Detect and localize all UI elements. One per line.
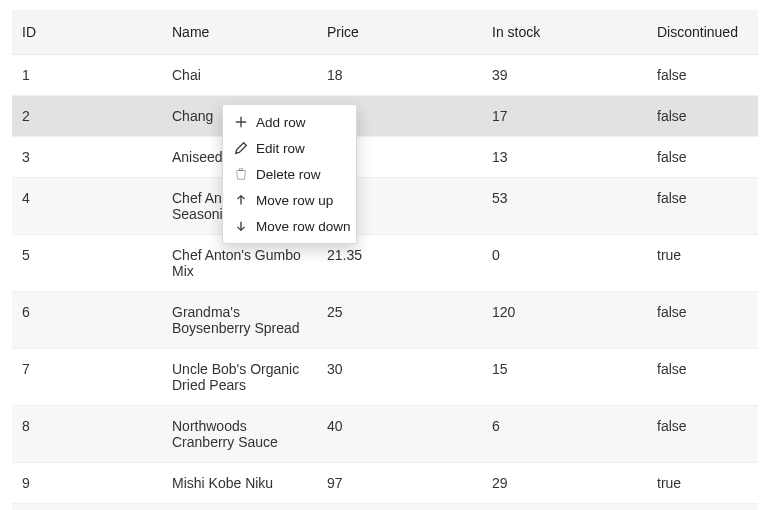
cell-price: 18: [317, 55, 482, 96]
cell-in-stock: 31: [482, 504, 647, 511]
menu-move-row-up[interactable]: Move row up: [223, 187, 356, 213]
cell-discontinued: false: [647, 406, 758, 463]
cell-name: Ikura: [162, 504, 317, 511]
cell-id: 5: [12, 235, 162, 292]
cell-in-stock: 15: [482, 349, 647, 406]
cell-in-stock: 120: [482, 292, 647, 349]
cell-in-stock: 13: [482, 137, 647, 178]
col-header-id[interactable]: ID: [12, 10, 162, 55]
menu-add-row-label: Add row: [256, 115, 306, 130]
cell-in-stock: 6: [482, 406, 647, 463]
arrow-up-icon: [233, 192, 249, 208]
cell-price: 31: [317, 504, 482, 511]
menu-edit-row[interactable]: Edit row: [223, 135, 356, 161]
cell-id: 9: [12, 463, 162, 504]
cell-discontinued: false: [647, 55, 758, 96]
col-header-discontinued[interactable]: Discontinued: [647, 10, 758, 55]
cell-discontinued: false: [647, 504, 758, 511]
cell-discontinued: false: [647, 349, 758, 406]
menu-move-row-up-label: Move row up: [256, 193, 333, 208]
cell-id: 4: [12, 178, 162, 235]
cell-price: 97: [317, 463, 482, 504]
cell-id: 1: [12, 55, 162, 96]
cell-discontinued: false: [647, 137, 758, 178]
table-row[interactable]: 3Aniseed Syrup1013false: [12, 137, 758, 178]
cell-id: 2: [12, 96, 162, 137]
cell-id: 7: [12, 349, 162, 406]
products-table: ID Name Price In stock Discontinued 1Cha…: [12, 10, 758, 510]
cell-id: 3: [12, 137, 162, 178]
col-header-in-stock[interactable]: In stock: [482, 10, 647, 55]
table-row[interactable]: 10Ikura3131false: [12, 504, 758, 511]
cell-in-stock: 29: [482, 463, 647, 504]
table-row[interactable]: 8Northwoods Cranberry Sauce406false: [12, 406, 758, 463]
table-row[interactable]: 1Chai1839false: [12, 55, 758, 96]
cell-name: Grandma's Boysenberry Spread: [162, 292, 317, 349]
table-row[interactable]: 2Chang1917false: [12, 96, 758, 137]
plus-icon: [233, 114, 249, 130]
cell-name: Chai: [162, 55, 317, 96]
cell-discontinued: true: [647, 235, 758, 292]
cell-price: 25: [317, 292, 482, 349]
trash-icon: [233, 166, 249, 182]
menu-add-row[interactable]: Add row: [223, 109, 356, 135]
page: ID Name Price In stock Discontinued 1Cha…: [0, 0, 770, 510]
menu-edit-row-label: Edit row: [256, 141, 305, 156]
cell-price: 30: [317, 349, 482, 406]
arrow-down-icon: [233, 218, 249, 234]
cell-id: 6: [12, 292, 162, 349]
table-row[interactable]: 5Chef Anton's Gumbo Mix21.350true: [12, 235, 758, 292]
context-menu[interactable]: Add row Edit row Delete row Move row up …: [222, 104, 357, 244]
cell-discontinued: false: [647, 96, 758, 137]
menu-move-row-down-label: Move row down: [256, 219, 351, 234]
pencil-icon: [233, 140, 249, 156]
col-header-name[interactable]: Name: [162, 10, 317, 55]
col-header-price[interactable]: Price: [317, 10, 482, 55]
cell-discontinued: true: [647, 463, 758, 504]
table-row[interactable]: 7Uncle Bob's Organic Dried Pears3015fals…: [12, 349, 758, 406]
cell-name: Uncle Bob's Organic Dried Pears: [162, 349, 317, 406]
cell-discontinued: false: [647, 178, 758, 235]
menu-delete-row-label: Delete row: [256, 167, 321, 182]
table-row[interactable]: 4Chef Anton's Cajun Seasoning2253false: [12, 178, 758, 235]
menu-move-row-down[interactable]: Move row down: [223, 213, 356, 239]
table-row[interactable]: 9Mishi Kobe Niku9729true: [12, 463, 758, 504]
cell-in-stock: 17: [482, 96, 647, 137]
cell-name: Northwoods Cranberry Sauce: [162, 406, 317, 463]
cell-id: 8: [12, 406, 162, 463]
menu-delete-row[interactable]: Delete row: [223, 161, 356, 187]
table-row[interactable]: 6Grandma's Boysenberry Spread25120false: [12, 292, 758, 349]
cell-discontinued: false: [647, 292, 758, 349]
table-header-row: ID Name Price In stock Discontinued: [12, 10, 758, 55]
cell-in-stock: 39: [482, 55, 647, 96]
cell-price: 40: [317, 406, 482, 463]
cell-in-stock: 53: [482, 178, 647, 235]
cell-name: Mishi Kobe Niku: [162, 463, 317, 504]
cell-in-stock: 0: [482, 235, 647, 292]
cell-id: 10: [12, 504, 162, 511]
